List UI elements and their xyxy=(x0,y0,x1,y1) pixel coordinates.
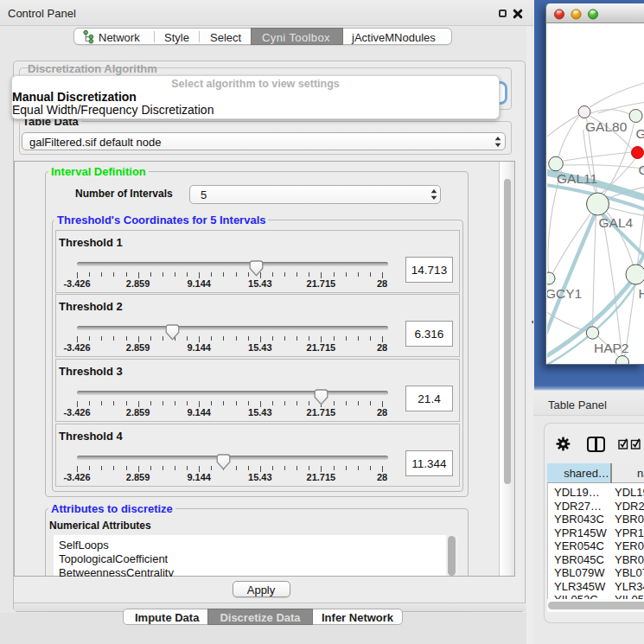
svg-text:HAP2: HAP2 xyxy=(594,341,629,355)
svg-text:GA: GA xyxy=(635,126,644,141)
svg-text:GAL4: GAL4 xyxy=(598,215,633,230)
svg-text:GCY1: GCY1 xyxy=(547,286,582,301)
svg-text:GA: GA xyxy=(638,163,644,177)
svg-text:GAL80: GAL80 xyxy=(585,119,628,134)
svg-text:H: H xyxy=(638,286,644,301)
svg-text:GAL11: GAL11 xyxy=(557,171,597,186)
